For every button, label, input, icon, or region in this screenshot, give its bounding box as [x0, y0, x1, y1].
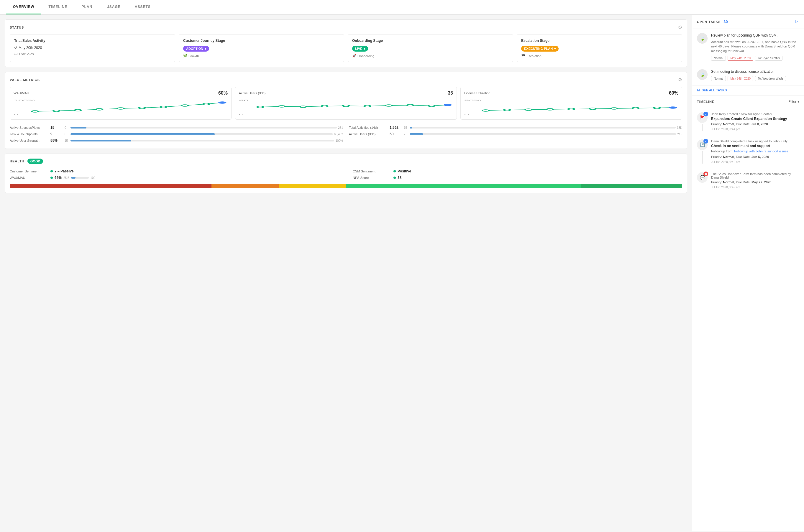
color-segment: [413, 184, 447, 188]
wau-mau-bar: [71, 177, 89, 178]
status-item-trial-value: ↺ May 20th 2020: [14, 46, 171, 50]
stat-active-user-strength: Task & Touchpoints 9 0 65,452: [10, 131, 343, 137]
svg-point-30: [568, 108, 574, 110]
health-csm-sentiment-value: Positive: [394, 169, 411, 173]
stat-total-activities-value: 50: [390, 132, 401, 136]
svg-point-26: [482, 110, 489, 111]
tab-overview[interactable]: OVERVIEW: [6, 0, 41, 15]
stat-bar-end: 251: [338, 126, 343, 129]
status-item-trial: Trial/Sales Activity ↺ May 20th 2020 🏷 T…: [10, 34, 175, 62]
metric-license-value: 60%: [669, 91, 678, 96]
stat-task-touchpoints-bar: 15 33K: [404, 126, 682, 129]
stat-bar-start: 2: [404, 133, 408, 136]
history-icon: ↺: [14, 46, 17, 50]
status-item-onboarding-sub: 🚀 Onboarding: [352, 54, 509, 58]
value-metrics-title: VALUE METRICS: [10, 78, 40, 82]
color-segment: [111, 184, 144, 188]
svg-text:0: 0: [239, 113, 244, 116]
status-item-escalation: Escalation Stage EXECUTING PLAN ▾ 🏴 Esca…: [517, 34, 682, 62]
health-grid: Customer Sentiment 7 – Passive WAU/MAU 6…: [10, 168, 682, 181]
filter-button[interactable]: Filter ▾: [788, 100, 799, 104]
value-metrics-header: VALUE METRICS ⚙: [10, 77, 682, 82]
metric-wau-mau: WAU/MAU 60% 100% 0: [10, 87, 232, 120]
stat-active-user-strength-bar: 0 65,452: [65, 133, 343, 136]
svg-text:80%: 80%: [464, 99, 481, 102]
task-due-tag[interactable]: May 24th, 2020: [728, 56, 753, 61]
health-csm-sentiment: CSM Sentiment Positive: [353, 168, 682, 174]
stat-active-successplays-bar: 0 251: [65, 126, 343, 129]
stat-bar-start: 0: [65, 133, 69, 136]
stat-bar-end: 100%: [335, 139, 343, 142]
timeline-line: [702, 151, 702, 164]
leaf-icon: 🍃: [700, 72, 705, 77]
top-navigation: OVERVIEW TIMELINE PLAN USAGE ASSETS: [0, 0, 804, 15]
svg-text:0: 0: [464, 113, 469, 116]
task-avatar: 🍃: [697, 33, 708, 44]
checkbox-icon[interactable]: ☑: [795, 19, 799, 24]
color-segment: [480, 184, 514, 188]
svg-point-11: [219, 102, 226, 103]
svg-point-22: [428, 105, 435, 107]
onboarding-badge[interactable]: LIVE ▾: [352, 46, 368, 52]
see-all-tasks[interactable]: ☑ SEE ALL TASKS: [692, 86, 804, 95]
stat-bar-track: [71, 133, 333, 135]
timeline-refresh-icon: 🔄 ✓: [697, 139, 708, 150]
health-badge: GOOD: [28, 158, 43, 164]
health-customer-sentiment-value: 7 – Passive: [51, 169, 74, 173]
due-date: Jul 8, 2020: [751, 122, 768, 126]
svg-point-20: [385, 104, 392, 107]
svg-point-3: [53, 110, 59, 112]
stat-bar-fill: [71, 133, 215, 135]
health-wau-mau-value: 65% 25.5 100: [51, 176, 95, 180]
task-priority-tag[interactable]: Normal: [711, 56, 726, 61]
escalation-badge[interactable]: EXECUTING PLAN ▾: [521, 46, 559, 52]
tab-usage[interactable]: USAGE: [99, 0, 128, 15]
task-assignee-tag[interactable]: To: Ryan Scaffidi: [755, 56, 783, 61]
status-item-onboarding: Onboarding Stage LIVE ▾ 🚀 Onboarding: [348, 34, 513, 62]
left-panel: STATUS ⚙ Trial/Sales Activity ↺ May 20th…: [0, 15, 692, 531]
journey-badge[interactable]: ADOPTION ▾: [183, 46, 209, 52]
health-title: HEALTH: [10, 159, 24, 163]
tab-assets[interactable]: ASSETS: [128, 0, 158, 15]
color-segment: [279, 184, 312, 188]
stat-total-activities-label: Active Users (30d): [349, 132, 387, 136]
stat-active-user-strength-value: 9: [51, 132, 62, 136]
svg-point-8: [160, 106, 167, 108]
stat-bar-track: [71, 127, 337, 129]
metric-active-users-value: 35: [448, 91, 453, 96]
svg-point-16: [300, 106, 307, 108]
timeline-check-badge: ✓: [704, 139, 708, 144]
dot-icon: [51, 170, 53, 172]
status-item-onboarding-title: Onboarding Stage: [352, 39, 509, 43]
svg-point-6: [117, 108, 124, 109]
timeline-form-badge: 📋: [704, 172, 708, 176]
svg-point-33: [632, 107, 639, 109]
value-metrics-gear-icon[interactable]: ⚙: [678, 77, 682, 82]
status-item-journey-sub: 🌿 Growth: [183, 54, 340, 58]
tab-timeline[interactable]: TIMELINE: [41, 0, 74, 15]
color-segment: [10, 184, 43, 188]
svg-point-5: [96, 109, 103, 110]
comment-icon: 💬: [700, 175, 705, 180]
task-priority-tag[interactable]: Normal: [711, 76, 726, 81]
status-gear-icon[interactable]: ⚙: [678, 24, 682, 30]
dot-icon: [51, 176, 53, 179]
svg-point-34: [654, 107, 660, 109]
task-due-tag[interactable]: May 24th, 2020: [728, 76, 753, 81]
task-title: Review plan for upcoming QBR with CSM.: [711, 33, 799, 38]
metric-wau-mau-header: WAU/MAU 60%: [14, 91, 228, 96]
status-item-journey-title: Customer Journey Stage: [183, 39, 340, 43]
value-metrics-card: VALUE METRICS ⚙ WAU/MAU 60% 100% 0: [5, 72, 687, 149]
open-tasks-count: 30: [724, 19, 728, 24]
timeline-time: Jul 1st, 2020, 9:49 am: [711, 186, 799, 189]
status-item-journey: Customer Journey Stage ADOPTION ▾ 🌿 Grow…: [179, 34, 344, 62]
timeline-link[interactable]: Follow up with John re support issues: [734, 149, 788, 153]
timeline-icon-wrap: 🔄 ✓: [697, 139, 708, 164]
timeline-desc: Follow up from: Follow up with John re s…: [711, 149, 799, 154]
task-assignee-tag[interactable]: To: Woodrow Wade: [755, 76, 786, 81]
timeline-content: John Kelly created a task for Ryan Scaff…: [711, 112, 799, 131]
stat-bar-track: [71, 140, 334, 141]
tab-plan[interactable]: PLAN: [74, 0, 99, 15]
svg-point-14: [257, 106, 264, 108]
task-content: Review plan for upcoming QBR with CSM. A…: [711, 33, 799, 61]
